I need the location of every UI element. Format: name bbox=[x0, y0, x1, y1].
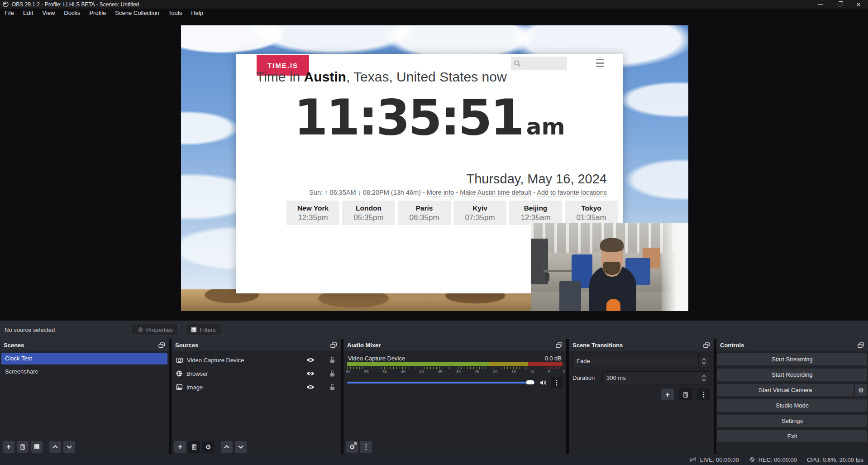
add-source-button[interactable]: + bbox=[174, 441, 186, 453]
city-name: Tokyo bbox=[565, 204, 618, 212]
menu-view[interactable]: View bbox=[38, 9, 59, 17]
tick-label: -10 bbox=[529, 369, 534, 374]
duration-input[interactable]: 300 ms bbox=[602, 371, 710, 384]
duration-spinner[interactable] bbox=[702, 375, 706, 381]
audio-mixer-footer: ⚙⚙ ⋮ bbox=[343, 439, 566, 454]
window-title: OBS 29.1.2 - Profile: LLHLS BETA - Scene… bbox=[12, 1, 139, 8]
visibility-eye-icon[interactable] bbox=[306, 384, 315, 390]
scenes-footer: + bbox=[0, 439, 169, 454]
city-name: Beijing bbox=[509, 204, 562, 212]
start-virtual-camera-button[interactable]: Start Virtual Camera bbox=[717, 384, 854, 396]
remove-source-button[interactable] bbox=[188, 441, 200, 453]
tick-label: -55 bbox=[363, 369, 369, 374]
unlock-icon[interactable] bbox=[329, 370, 335, 377]
remove-scene-button[interactable] bbox=[17, 441, 29, 453]
menubar: File Edit View Docks Profile Scene Colle… bbox=[0, 9, 868, 17]
settings-button[interactable]: Settings bbox=[717, 415, 867, 427]
move-source-down-button[interactable] bbox=[235, 441, 247, 453]
gear-icon: ⚙ bbox=[138, 326, 143, 333]
menu-profile[interactable]: Profile bbox=[85, 9, 110, 17]
source-label: Video Capture Device bbox=[187, 357, 244, 364]
popout-icon[interactable] bbox=[158, 342, 165, 348]
scene-item-screenshare[interactable]: Screenshare bbox=[1, 366, 167, 378]
mixer-channel-menu-button[interactable]: ⋮ bbox=[551, 377, 563, 388]
trash-icon bbox=[683, 392, 688, 398]
transition-select[interactable]: Fade bbox=[572, 355, 710, 367]
restore-button[interactable] bbox=[830, 0, 849, 9]
unlock-icon[interactable] bbox=[329, 384, 335, 390]
chevron-up-icon bbox=[52, 445, 58, 449]
menu-scene-collection[interactable]: Scene Collection bbox=[110, 9, 164, 17]
start-recording-button[interactable]: Start Recording bbox=[717, 369, 867, 381]
source-properties-button[interactable]: ⚙ bbox=[202, 441, 214, 453]
sources-title: Sources bbox=[175, 342, 198, 349]
program-canvas[interactable]: TIME.IS Time in Austin, Texas, United St… bbox=[181, 25, 688, 311]
speaker-icon[interactable] bbox=[539, 379, 547, 386]
tick-label: -45 bbox=[400, 369, 405, 374]
city-tokyo: Tokyo01:35am bbox=[565, 201, 618, 225]
cpu-fps-text: CPU: 0.6%, 30.00 fps bbox=[807, 456, 863, 463]
scene-item-clock-test[interactable]: Clock Test bbox=[1, 353, 167, 364]
menu-help[interactable]: Help bbox=[186, 9, 208, 17]
menu-icon bbox=[596, 59, 604, 67]
studio-mode-button[interactable]: Studio Mode bbox=[717, 399, 867, 412]
duration-label: Duration bbox=[572, 374, 595, 381]
webcam-source bbox=[531, 223, 688, 311]
add-scene-button[interactable]: + bbox=[3, 441, 14, 453]
mixer-level-db: 0.0 dB bbox=[544, 355, 562, 362]
source-item-browser[interactable]: Browser bbox=[172, 367, 341, 380]
close-button[interactable]: × bbox=[849, 0, 868, 9]
scene-transitions-panel: Scene Transitions Fade Duration 300 ms bbox=[569, 339, 714, 454]
mixer-menu-button[interactable]: ⋮ bbox=[360, 441, 372, 453]
scene-filters-button[interactable] bbox=[31, 441, 43, 453]
filter-icon bbox=[34, 444, 40, 450]
move-scene-down-button[interactable] bbox=[63, 441, 75, 453]
webcam-shirt-logo bbox=[606, 299, 620, 311]
controls-header: Controls bbox=[716, 339, 868, 351]
advanced-audio-button[interactable]: ⚙⚙ bbox=[346, 441, 358, 453]
tick-label: -60 bbox=[344, 369, 350, 374]
tick-label: -5 bbox=[547, 369, 550, 374]
filters-label: Filters bbox=[200, 326, 215, 333]
menu-edit[interactable]: Edit bbox=[19, 9, 38, 17]
add-transition-button[interactable]: + bbox=[661, 388, 674, 400]
chevron-down-icon bbox=[67, 445, 72, 449]
remove-transition-button[interactable] bbox=[679, 388, 692, 400]
volume-slider-handle[interactable] bbox=[526, 380, 534, 384]
volume-slider[interactable] bbox=[347, 382, 535, 384]
kebab-icon: ⋮ bbox=[363, 443, 370, 451]
menu-file[interactable]: File bbox=[0, 9, 19, 17]
add-favorite-link: Add to favorite locations bbox=[537, 189, 607, 197]
virtual-camera-settings-button[interactable]: ⚙ bbox=[855, 384, 867, 396]
timeis-heading: Time in Austin, Texas, United States now bbox=[256, 69, 507, 85]
popout-icon[interactable] bbox=[858, 342, 864, 348]
chevron-up-icon bbox=[702, 375, 706, 378]
city-time: 06:35pm bbox=[398, 213, 451, 222]
minimize-button[interactable] bbox=[811, 0, 830, 9]
source-item-image[interactable]: Image bbox=[172, 380, 341, 394]
move-source-up-button[interactable] bbox=[221, 441, 233, 453]
transition-selected-value: Fade bbox=[577, 358, 590, 364]
start-streaming-button[interactable]: Start Streaming bbox=[717, 353, 867, 365]
popout-icon[interactable] bbox=[330, 342, 337, 348]
popout-icon[interactable] bbox=[703, 342, 710, 348]
tick-label: -35 bbox=[436, 369, 442, 374]
select-spinner bbox=[698, 355, 706, 367]
exit-button[interactable]: Exit bbox=[717, 430, 867, 442]
tick-label: -50 bbox=[381, 369, 387, 374]
unlock-icon[interactable] bbox=[329, 357, 335, 363]
filters-button[interactable]: Filters bbox=[185, 324, 221, 336]
menu-tools[interactable]: Tools bbox=[164, 9, 186, 17]
city-time: 12:35pm bbox=[286, 213, 339, 222]
scenes-header: Scenes bbox=[0, 339, 169, 351]
menu-docks[interactable]: Docks bbox=[59, 9, 85, 17]
transition-properties-button[interactable]: ⋮ bbox=[697, 388, 710, 400]
move-scene-up-button[interactable] bbox=[49, 441, 61, 453]
search-icon bbox=[514, 60, 521, 67]
visibility-eye-icon[interactable] bbox=[306, 371, 315, 376]
properties-button[interactable]: ⚙ Properties bbox=[132, 324, 179, 336]
source-item-video-capture[interactable]: Video Capture Device bbox=[172, 353, 341, 367]
visibility-eye-icon[interactable] bbox=[306, 357, 315, 363]
tick-label: 0 bbox=[563, 369, 565, 374]
popout-icon[interactable] bbox=[556, 342, 563, 348]
